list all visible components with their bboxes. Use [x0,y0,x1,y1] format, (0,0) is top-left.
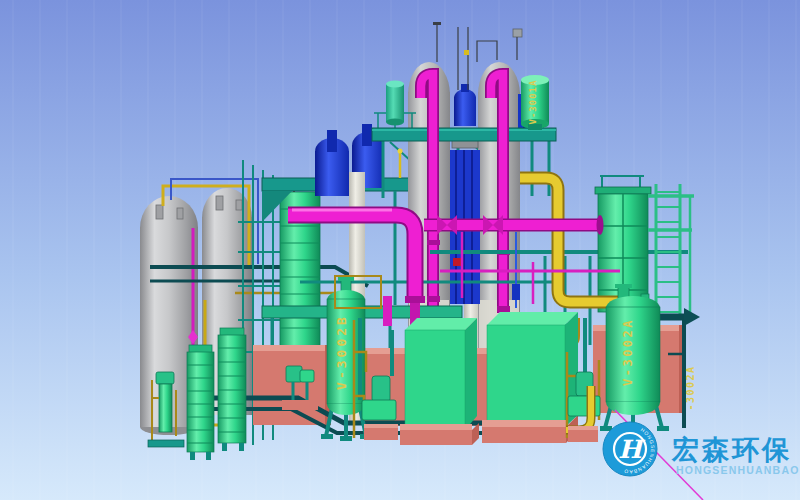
plate-panel-2 [218,335,246,443]
vessel-v3002a: V-3002A [600,284,669,433]
block-2-pedestal-top [482,420,566,427]
block-1-pedestal [400,430,472,445]
exchanger-top-bar [595,187,651,194]
block-2-front [487,325,565,427]
pipe-flange [405,296,425,303]
label-line-3002a: -3002A [685,365,696,410]
logo-name-cn: 宏森环保 [671,435,792,465]
blue-valve [512,284,520,300]
cad-render-viewport: V-3001A [0,0,800,500]
plate-panel-1 [187,352,214,452]
drum-teal [386,84,404,122]
label-v3002b: V-3002B [334,314,349,390]
reactor-blue-1 [315,151,349,196]
green-blocks [400,312,578,445]
label-v3002a: V-3002A [621,318,635,386]
blue-vessel-mid [454,97,476,126]
block-1-side [465,318,477,430]
reactor-neck [327,130,337,152]
block-1-top [405,318,477,330]
tank-nozzle [236,200,242,210]
pipe-flange [427,240,440,245]
tank-nozzle [156,205,163,219]
label-v3001a: V-3001A [528,80,538,125]
tank-nozzle [177,208,183,219]
pump-motor [372,376,390,402]
pipe-flange [497,306,510,312]
reactor-neck [362,124,372,146]
block-1-front [405,330,465,430]
logo-name-en: HONGSENHUANBAO [676,464,800,476]
block-2-top [487,312,578,325]
block-2-pedestal [482,427,566,443]
tank-nozzle [216,196,223,210]
pipe-flange [427,296,440,302]
pump-body [362,400,396,420]
block-1-pedestal-top [400,424,472,430]
pipe-end-flange [597,215,604,235]
magenta-pump-riser [383,296,392,326]
